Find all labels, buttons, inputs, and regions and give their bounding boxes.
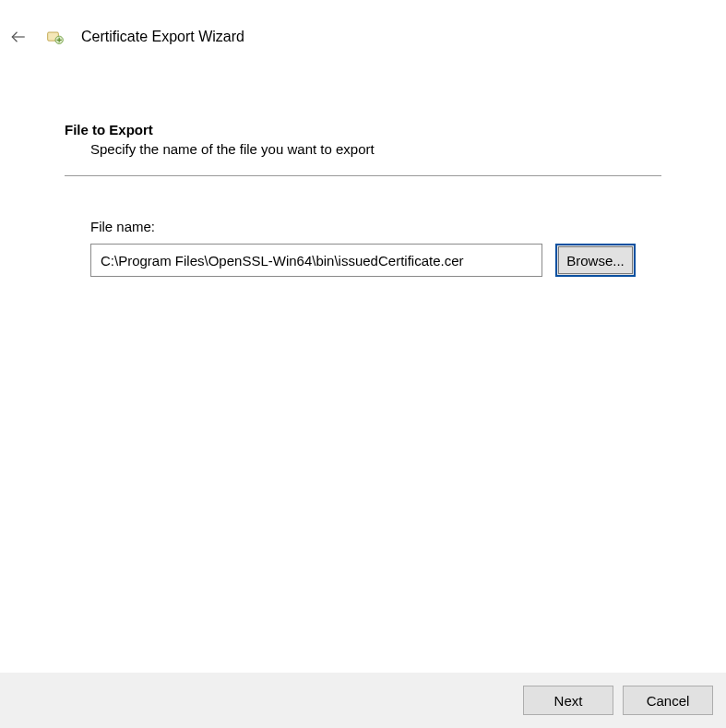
file-form: File name: Browse... — [65, 176, 661, 277]
wizard-header: Certificate Export Wizard — [0, 0, 726, 48]
file-input-row: Browse... — [90, 244, 636, 277]
certificate-wizard-icon — [46, 28, 65, 46]
back-arrow-icon — [10, 29, 27, 45]
wizard-title: Certificate Export Wizard — [81, 29, 244, 45]
file-name-input[interactable] — [90, 244, 542, 277]
next-button[interactable]: Next — [523, 686, 613, 715]
page-title: File to Export — [65, 122, 661, 137]
wizard-footer: Next Cancel — [0, 673, 726, 728]
file-name-label: File name: — [90, 219, 636, 234]
wizard-content: File to Export Specify the name of the f… — [0, 48, 726, 277]
page-subtitle: Specify the name of the file you want to… — [90, 141, 661, 157]
back-button[interactable] — [7, 26, 30, 48]
browse-button[interactable]: Browse... — [555, 244, 636, 277]
cancel-button[interactable]: Cancel — [623, 686, 713, 715]
